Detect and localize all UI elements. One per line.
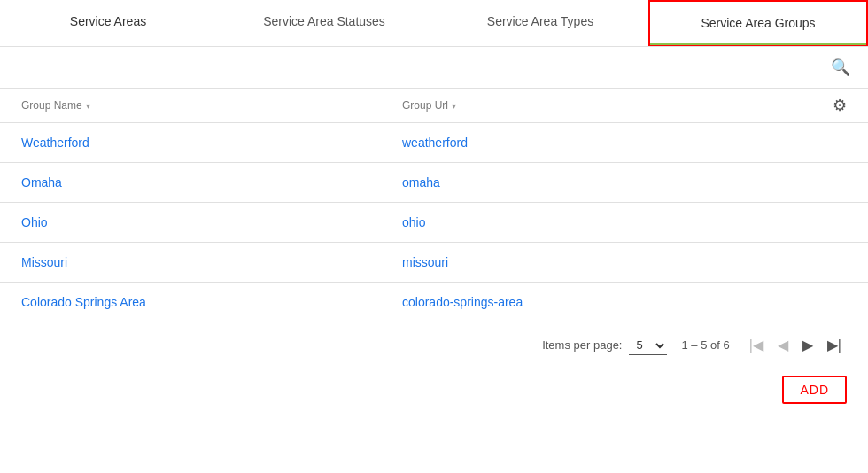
settings-icon[interactable]: ⚙ — [833, 97, 847, 114]
tab-service-area-types[interactable]: Service Area Types — [432, 0, 648, 46]
app-container: Service AreasService Area StatusesServic… — [0, 0, 868, 418]
row-name-link[interactable]: Omaha — [21, 175, 62, 190]
table-body: Weatherford weatherford Omaha omaha Ohio… — [0, 123, 868, 322]
sort-arrow-name: ▾ — [86, 101, 90, 111]
column-name-label: Group Name — [21, 99, 82, 112]
table-row: Colorado Springs Area colorado-springs-a… — [0, 283, 868, 322]
row-name-link[interactable]: Colorado Springs Area — [21, 295, 146, 309]
row-url-link[interactable]: omaha — [402, 175, 440, 190]
prev-page-button[interactable]: ◀ — [772, 333, 794, 357]
column-url-header[interactable]: Group Url ▾ — [402, 99, 811, 112]
tab-service-area-groups[interactable]: Service Area Groups — [648, 0, 868, 46]
next-page-button[interactable]: ▶ — [797, 333, 818, 357]
table-header: Group Name ▾ Group Url ▾ ⚙ — [0, 89, 868, 123]
sort-arrow-url: ▾ — [452, 101, 456, 111]
pagination-nav: |◀ ◀ ▶ ▶| — [744, 333, 847, 357]
row-name-link[interactable]: Ohio — [21, 215, 48, 229]
footer: ADD — [0, 368, 868, 418]
pagination: Items per page: 5102550 1 – 5 of 6 |◀ ◀ … — [0, 322, 868, 368]
last-page-button[interactable]: ▶| — [822, 333, 847, 357]
items-per-page-section: Items per page: 5102550 — [542, 336, 667, 355]
table-row: Missouri missouri — [0, 243, 868, 283]
items-per-page-label: Items per page: — [542, 338, 622, 352]
add-button[interactable]: ADD — [782, 376, 847, 404]
tab-service-area-statuses[interactable]: Service Area Statuses — [216, 0, 432, 46]
tab-service-areas[interactable]: Service Areas — [0, 0, 216, 46]
column-name-header[interactable]: Group Name ▾ — [21, 99, 402, 112]
table-row: Omaha omaha — [0, 163, 868, 203]
items-per-page-select[interactable]: 5102550 — [629, 336, 667, 355]
row-name-link[interactable]: Weatherford — [21, 136, 89, 150]
pagination-range: 1 – 5 of 6 — [681, 338, 729, 352]
table-row: Weatherford weatherford — [0, 123, 868, 163]
column-url-label: Group Url — [402, 99, 448, 112]
table-row: Ohio ohio — [0, 203, 868, 243]
search-icon[interactable]: 🔍 — [827, 54, 854, 81]
row-url-link[interactable]: ohio — [402, 215, 425, 229]
row-url-link[interactable]: weatherford — [402, 136, 468, 150]
row-url-link[interactable]: colorado-springs-area — [402, 295, 523, 309]
toolbar: 🔍 — [0, 47, 868, 89]
tabs-bar: Service AreasService Area StatusesServic… — [0, 0, 868, 47]
row-name-link[interactable]: Missouri — [21, 255, 67, 269]
row-url-link[interactable]: missouri — [402, 255, 448, 269]
first-page-button[interactable]: |◀ — [744, 333, 769, 357]
